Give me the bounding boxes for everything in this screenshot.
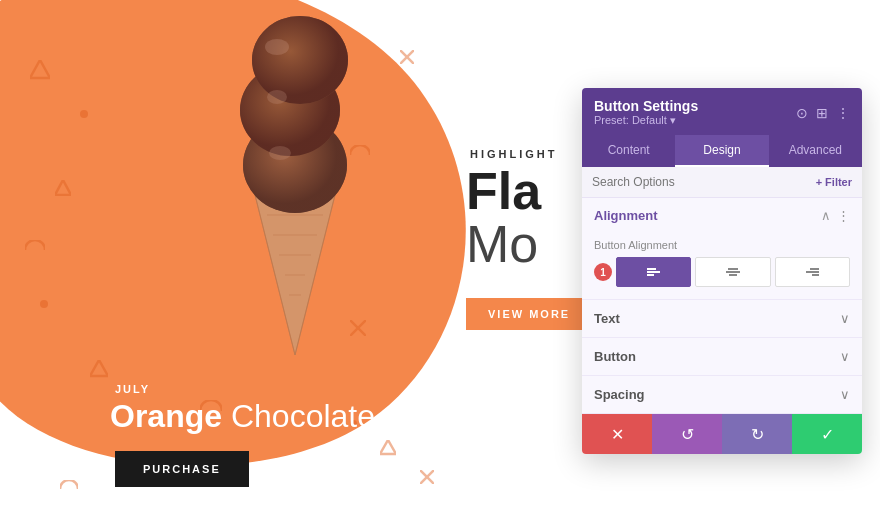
alignment-options: 1: [594, 257, 850, 287]
svg-point-24: [252, 16, 348, 104]
button-section-title: Button: [594, 349, 636, 364]
alignment-section-title: Alignment: [594, 208, 658, 223]
ice-cream-image: [155, 0, 435, 385]
panel-body: Alignment ∧ ⋮ Button Alignment 1: [582, 198, 862, 414]
tab-content[interactable]: Content: [582, 135, 675, 167]
flavor-title: Fla: [466, 165, 541, 217]
alignment-badge: 1: [594, 263, 612, 281]
align-left-option[interactable]: [616, 257, 691, 287]
chevron-up-icon: ∧: [821, 208, 831, 223]
panel-search: + Filter: [582, 167, 862, 198]
svg-point-27: [269, 146, 291, 160]
decor-dot-1: [80, 110, 88, 118]
decor-semi-3: [60, 480, 78, 489]
tab-advanced[interactable]: Advanced: [769, 135, 862, 167]
filter-button[interactable]: + Filter: [816, 176, 852, 188]
alignment-section-header[interactable]: Alignment ∧ ⋮: [582, 198, 862, 233]
svg-marker-3: [380, 440, 396, 454]
decor-triangle-3: [90, 360, 108, 378]
text-chevron-icon: ∨: [840, 311, 850, 326]
svg-marker-1: [55, 180, 71, 195]
settings-panel: Button Settings Preset: Default ▾ ⊙ ⊞ ⋮ …: [582, 88, 862, 454]
button-alignment-label: Button Alignment: [594, 239, 850, 251]
alignment-section: Alignment ∧ ⋮ Button Alignment 1: [582, 198, 862, 300]
decor-x-3: [420, 470, 434, 484]
month-title: Mo: [466, 218, 538, 270]
spacing-section-title: Spacing: [594, 387, 645, 402]
text-section[interactable]: Text ∨: [582, 300, 862, 338]
panel-more-icon[interactable]: ⋮: [836, 105, 850, 121]
panel-tabs: Content Design Advanced: [582, 135, 862, 167]
highlight-label: HIGHLIGHT: [470, 148, 558, 160]
decor-dot-2: [40, 300, 48, 308]
spacing-section[interactable]: Spacing ∨: [582, 376, 862, 414]
text-section-title: Text: [594, 311, 620, 326]
panel-title: Button Settings: [594, 98, 698, 114]
decor-semi-1: [25, 240, 45, 250]
purchase-button[interactable]: PURCHASE: [115, 451, 249, 487]
view-more-button[interactable]: VIEW MORE: [466, 298, 592, 330]
align-left-icon: [646, 266, 662, 278]
search-options-input[interactable]: [592, 175, 810, 189]
redo-action-button[interactable]: ↻: [722, 414, 792, 454]
align-center-icon: [725, 266, 741, 278]
decor-triangle-4: [380, 440, 396, 456]
panel-actions: ✕ ↺ ↻ ✓: [582, 414, 862, 454]
align-right-option[interactable]: [775, 257, 850, 287]
button-chevron-icon: ∨: [840, 349, 850, 364]
more-icon: ⋮: [837, 208, 850, 223]
panel-header-icons: ⊙ ⊞ ⋮: [796, 105, 850, 121]
month-label: JULY: [115, 383, 150, 395]
button-section[interactable]: Button ∨: [582, 338, 862, 376]
alignment-section-icons: ∧ ⋮: [821, 208, 850, 223]
decor-triangle-2: [55, 180, 71, 196]
alignment-section-content: Button Alignment 1: [582, 233, 862, 299]
panel-header: Button Settings Preset: Default ▾ ⊙ ⊞ ⋮: [582, 88, 862, 135]
decor-triangle-1: [30, 60, 50, 80]
align-center-option[interactable]: [695, 257, 770, 287]
svg-point-26: [267, 90, 287, 104]
panel-settings-icon[interactable]: ⊙: [796, 105, 808, 121]
panel-expand-icon[interactable]: ⊞: [816, 105, 828, 121]
product-name: Orange Chocolate: [110, 398, 375, 435]
save-action-button[interactable]: ✓: [792, 414, 862, 454]
spacing-chevron-icon: ∨: [840, 387, 850, 402]
svg-marker-2: [90, 360, 108, 376]
panel-header-left: Button Settings Preset: Default ▾: [594, 98, 698, 127]
undo-action-button[interactable]: ↺: [652, 414, 722, 454]
cancel-action-button[interactable]: ✕: [582, 414, 652, 454]
ice-cream-svg: [195, 0, 395, 375]
svg-marker-0: [30, 60, 50, 78]
tab-design[interactable]: Design: [675, 135, 768, 167]
svg-point-25: [265, 39, 289, 55]
align-right-icon: [804, 266, 820, 278]
panel-preset: Preset: Default ▾: [594, 114, 698, 127]
